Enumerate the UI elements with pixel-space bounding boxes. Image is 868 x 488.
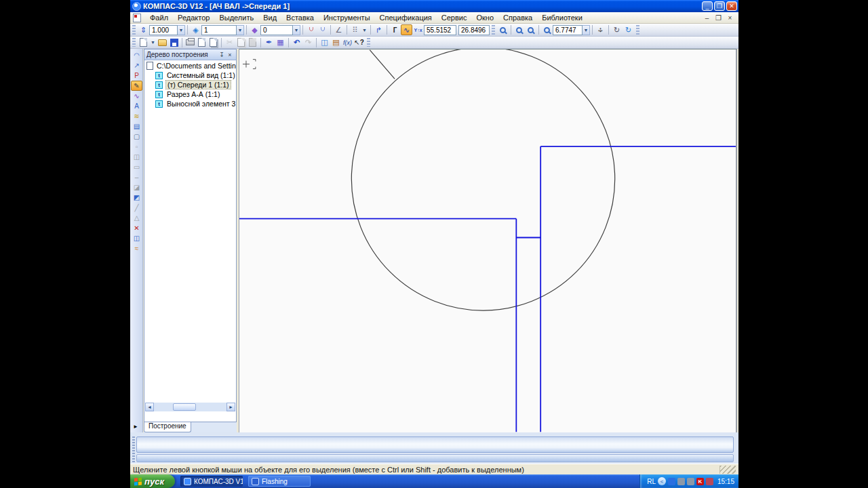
local-axes-icon[interactable]: ↱ bbox=[373, 24, 384, 35]
menu-item-9[interactable]: Справка bbox=[498, 13, 537, 22]
menu-item-1[interactable]: Редактор bbox=[173, 13, 214, 22]
zoom-in-icon[interactable] bbox=[525, 24, 536, 35]
insert-view-panel-icon[interactable]: ◩ bbox=[131, 192, 142, 203]
task-button-0[interactable]: КОМПАС-3D V12 - [А... bbox=[180, 476, 243, 487]
layer-input[interactable] bbox=[201, 25, 237, 35]
pin-icon[interactable]: ↧ bbox=[218, 52, 226, 58]
layer-group-dropdown[interactable]: ▼ bbox=[293, 25, 300, 35]
menu-item-10[interactable]: Библиотеки bbox=[537, 13, 587, 22]
scroll-left-icon[interactable]: ◄ bbox=[145, 403, 154, 411]
flat-panel-icon[interactable]: – bbox=[131, 172, 142, 182]
variables-button[interactable]: ◫ bbox=[319, 37, 330, 48]
new-document-button[interactable] bbox=[138, 37, 149, 48]
pan-icon[interactable]: ↔↕ bbox=[595, 24, 606, 35]
x-coordinate-input[interactable] bbox=[424, 25, 456, 35]
zoom-rect-icon[interactable] bbox=[497, 24, 509, 35]
print-job-button[interactable] bbox=[208, 37, 219, 48]
zoom-out-icon[interactable] bbox=[541, 24, 553, 35]
new-document-dropdown[interactable]: ▼ bbox=[149, 37, 157, 47]
menu-item-6[interactable]: Спецификация bbox=[375, 13, 437, 22]
resize-grip[interactable] bbox=[719, 466, 736, 474]
line-panel-icon[interactable]: ╱ bbox=[131, 203, 142, 213]
tree-root-item[interactable]: C:\Documents and Settings\студе bbox=[144, 61, 236, 70]
toolbar-grab-handle[interactable] bbox=[132, 38, 136, 47]
minimize-button[interactable]: _ bbox=[702, 1, 713, 11]
y-coordinate-input[interactable] bbox=[458, 25, 490, 35]
copies-panel-icon[interactable]: ◫ bbox=[131, 233, 142, 243]
menu-item-8[interactable]: Окно bbox=[471, 13, 498, 22]
toolbar-grab-handle[interactable] bbox=[132, 25, 136, 35]
menu-item-7[interactable]: Сервис bbox=[437, 13, 472, 22]
calculator-button[interactable]: ▤ bbox=[330, 37, 342, 48]
preview-panel-icon[interactable]: ▫ bbox=[131, 142, 142, 152]
zoom-select-icon[interactable] bbox=[513, 24, 525, 35]
network-1-tray-icon[interactable] bbox=[677, 478, 685, 485]
menu-item-5[interactable]: Инструменты bbox=[319, 13, 375, 22]
scrollbar-thumb[interactable] bbox=[173, 403, 196, 411]
toolbar-grab-handle[interactable] bbox=[367, 38, 370, 47]
grid-icon[interactable]: ⠿ bbox=[349, 24, 361, 35]
mdi-minimize-icon[interactable]: – bbox=[703, 14, 711, 22]
menu-item-4[interactable]: Вставка bbox=[281, 13, 319, 22]
macro-panel-icon[interactable]: ≈ bbox=[131, 243, 142, 253]
menu-item-3[interactable]: Вид bbox=[258, 13, 281, 22]
tree-horizontal-scrollbar[interactable]: ◄ ► bbox=[145, 403, 235, 411]
toolbar-grab-handle[interactable] bbox=[492, 25, 495, 35]
selection-panel-icon[interactable]: ≋ bbox=[131, 111, 142, 121]
copy-button[interactable] bbox=[235, 37, 247, 48]
toolbar-grab-handle[interactable] bbox=[636, 25, 639, 35]
mdi-restore-icon[interactable]: ❐ bbox=[714, 14, 723, 22]
print-preview-button[interactable] bbox=[196, 37, 208, 48]
zoom-dropdown[interactable]: ▼ bbox=[583, 25, 590, 35]
zoom-input[interactable] bbox=[553, 25, 583, 35]
properties-button[interactable]: ▦ bbox=[275, 37, 286, 48]
mdi-close-icon[interactable]: × bbox=[726, 14, 734, 22]
task-button-1[interactable]: Flashing bbox=[248, 476, 311, 487]
help-cursor-button[interactable]: ↖? bbox=[353, 37, 365, 48]
close-button[interactable]: ✕ bbox=[726, 1, 737, 11]
scale-dropdown[interactable]: ▼ bbox=[178, 25, 185, 35]
measure-panel-icon[interactable]: А bbox=[131, 101, 142, 111]
angle-snap-icon[interactable]: ∠ bbox=[333, 24, 344, 35]
cut-button[interactable]: ✂ bbox=[224, 37, 235, 48]
layer-dropdown[interactable]: ▼ bbox=[237, 25, 244, 35]
tree-item-2[interactable]: tРазрез А-А (1:1) bbox=[144, 89, 236, 99]
current-scale-icon[interactable]: ⇕ bbox=[138, 24, 149, 35]
delete-panel-icon[interactable]: ✕ bbox=[131, 223, 142, 233]
restore-button[interactable]: ❐ bbox=[714, 1, 725, 11]
archive-tray-icon[interactable] bbox=[706, 478, 713, 485]
fx-button[interactable]: f(x) bbox=[342, 37, 353, 48]
messenger-tray-icon[interactable] bbox=[668, 478, 675, 485]
layer-group-input[interactable] bbox=[260, 25, 293, 35]
tree-item-0[interactable]: tСистемный вид (1:1) bbox=[144, 70, 236, 80]
copy-view-panel-icon[interactable]: ◫ bbox=[131, 152, 142, 162]
print-button[interactable] bbox=[184, 37, 196, 48]
redo-button[interactable]: ↷ bbox=[302, 37, 314, 48]
snap-global-icon[interactable]: ∩ bbox=[305, 24, 317, 35]
kaspersky-tray-icon[interactable]: K bbox=[696, 478, 704, 485]
layer-group-icon[interactable]: ◆ bbox=[249, 24, 260, 35]
parametrization-panel-icon[interactable]: ∿ bbox=[131, 91, 142, 101]
format-brush-button[interactable]: ✒ bbox=[263, 37, 275, 48]
scale-input[interactable] bbox=[149, 25, 178, 35]
paste-button[interactable] bbox=[247, 37, 258, 48]
designations-panel-icon[interactable]: Р bbox=[131, 70, 142, 81]
save-button[interactable] bbox=[168, 37, 180, 48]
polyline-panel-icon[interactable]: △ bbox=[131, 213, 142, 223]
menu-item-2[interactable]: Выделить bbox=[214, 13, 258, 22]
scroll-right-icon[interactable]: ► bbox=[226, 403, 235, 411]
geometry-panel-icon[interactable]: ◠ bbox=[131, 50, 142, 60]
tree-header[interactable]: Дерево построения ↧ × bbox=[144, 49, 236, 60]
sheets-panel-icon[interactable]: ◪ bbox=[131, 182, 142, 192]
open-button[interactable] bbox=[157, 37, 168, 48]
roundoff-snap-icon[interactable]: ∿ bbox=[401, 24, 412, 35]
tree-item-1[interactable]: t(т) Спереди 1 (1:1) bbox=[144, 80, 236, 89]
drawing-canvas[interactable] bbox=[239, 49, 737, 432]
menu-item-0[interactable]: Файл bbox=[145, 13, 173, 22]
reports-panel-icon[interactable]: ▢ bbox=[131, 131, 142, 142]
tab-construction[interactable]: Построение bbox=[144, 422, 191, 432]
grid-dropdown[interactable]: ▼ bbox=[361, 25, 368, 35]
close-icon[interactable]: × bbox=[226, 52, 234, 58]
rebuild-icon[interactable]: ↻ bbox=[623, 24, 634, 35]
network-2-tray-icon[interactable] bbox=[687, 478, 694, 485]
